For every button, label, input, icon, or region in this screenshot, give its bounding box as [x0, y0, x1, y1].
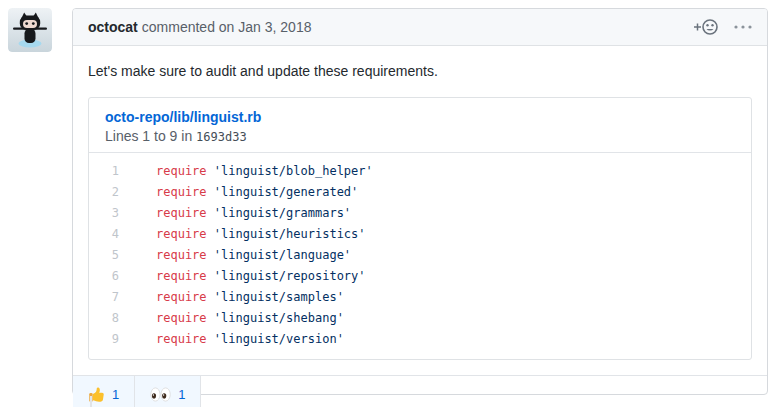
code-line: 2require 'linguist/generated'	[89, 182, 751, 203]
code-snippet-card: octo-repo/lib/linguist.rb Lines 1 to 9 i…	[88, 97, 752, 360]
comment-header: octocat commented on Jan 3, 2018	[73, 9, 767, 46]
code-line: 6require 'linguist/repository'	[89, 266, 751, 287]
line-number: 4	[89, 224, 119, 245]
reaction-count: 1	[112, 387, 119, 402]
snippet-file-link[interactable]: octo-repo/lib/linguist.rb	[105, 109, 261, 125]
add-reaction-smiley-icon	[692, 19, 718, 35]
line-number: 9	[89, 329, 119, 350]
snippet-header: octo-repo/lib/linguist.rb Lines 1 to 9 i…	[89, 98, 751, 153]
code-line: 5require 'linguist/language'	[89, 245, 751, 266]
reaction-thumbs-up-button[interactable]: 1	[73, 376, 135, 407]
comment-card: octocat commented on Jan 3, 2018	[72, 8, 768, 395]
comment-author[interactable]: octocat	[88, 19, 138, 35]
code-line: 1require 'linguist/blob_helper'	[89, 161, 751, 182]
snippet-code-block: 1require 'linguist/blob_helper' 2require…	[89, 153, 751, 359]
reactions-bar: 1 1	[73, 375, 767, 407]
octocat-avatar-image	[8, 8, 52, 52]
avatar[interactable]	[8, 8, 52, 52]
code-line: 8require 'linguist/shebang'	[89, 308, 751, 329]
code-line: 3require 'linguist/grammars'	[89, 203, 751, 224]
kebab-dots-icon	[734, 25, 752, 29]
line-number: 1	[89, 161, 119, 182]
snippet-lines-label: Lines 1 to 9 in	[105, 128, 192, 144]
snippet-lines-meta: Lines 1 to 9 in 1693d33	[105, 128, 735, 144]
code-line: 7require 'linguist/samples'	[89, 287, 751, 308]
code-line: 4require 'linguist/heuristics'	[89, 224, 751, 245]
reaction-eyes-button[interactable]: 1	[135, 376, 201, 407]
add-reaction-button[interactable]	[692, 19, 718, 35]
line-number: 2	[89, 182, 119, 203]
line-number: 5	[89, 245, 119, 266]
comment-meta: commented on Jan 3, 2018	[142, 19, 312, 35]
kebab-menu-button[interactable]	[734, 25, 752, 29]
line-number: 6	[89, 266, 119, 287]
code-line: 9require 'linguist/version'	[89, 329, 751, 350]
comment-text: Let's make sure to audit and update thes…	[88, 61, 752, 82]
commit-sha[interactable]: 1693d33	[196, 130, 247, 144]
comment-body: Let's make sure to audit and update thes…	[73, 46, 767, 375]
line-number: 7	[89, 287, 119, 308]
line-number: 8	[89, 308, 119, 329]
eyes-emoji	[150, 387, 171, 402]
line-number: 3	[89, 203, 119, 224]
reaction-count: 1	[178, 387, 185, 402]
timeline-thread-line	[90, 396, 92, 407]
